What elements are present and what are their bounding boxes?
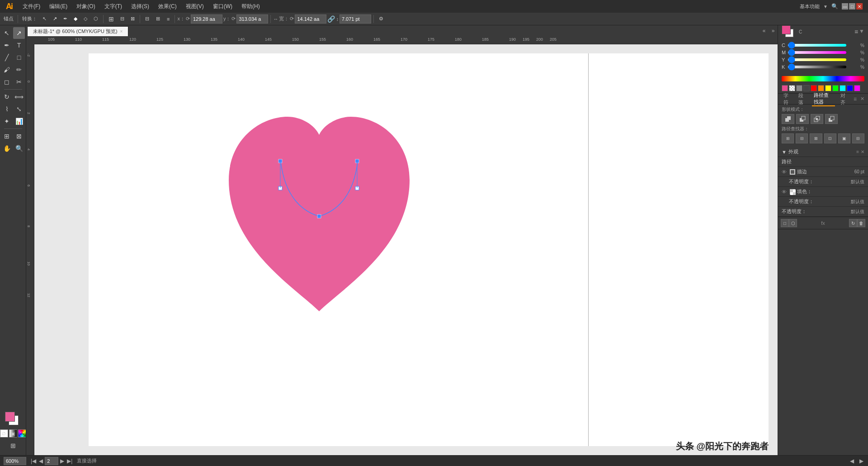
align-h-btn[interactable]: ⊟ [118, 14, 127, 24]
scissors-tool[interactable]: ✂ [13, 76, 25, 88]
tab-close-icon[interactable]: × [120, 29, 123, 34]
appearance-close[interactable]: ✕ [861, 149, 864, 154]
menu-type[interactable]: 文字(T) [100, 0, 127, 13]
workspace-dropdown-icon[interactable]: ▼ [823, 4, 828, 9]
select-tool-btn[interactable]: ↖ [40, 14, 49, 24]
menu-effect[interactable]: 效果(C) [154, 0, 181, 13]
type-tool[interactable]: T [13, 39, 25, 51]
c-slider[interactable] [788, 44, 846, 47]
next-page-btn[interactable]: ▶ [59, 458, 65, 464]
swatch-1[interactable] [789, 85, 795, 91]
gradient-icon[interactable]: ▣ [9, 429, 17, 437]
zoom-tool[interactable]: 🔍 [13, 143, 25, 154]
scroll-right-btn[interactable]: ▶ [859, 458, 864, 464]
menu-file[interactable]: 文件(F) [18, 0, 45, 13]
pathfinder-collapse[interactable]: ≡ [854, 96, 857, 102]
graph-tool[interactable]: 📊 [13, 115, 25, 127]
artboard-tool[interactable]: ⊞ [1, 130, 13, 142]
first-page-btn[interactable]: |◀ [30, 458, 37, 464]
shape-tool[interactable]: □ [13, 52, 25, 63]
menu-window[interactable]: 窗口(W) [208, 0, 237, 13]
transform-icon-btn[interactable]: ⊞ [106, 14, 117, 24]
corner-btn[interactable]: ⬡ [91, 14, 101, 24]
w-input[interactable] [295, 14, 326, 24]
search-icon[interactable]: 🔍 [831, 3, 838, 10]
exclude-btn[interactable] [825, 114, 838, 124]
swatch-4[interactable] [811, 85, 817, 91]
outline-btn[interactable]: ▣ [838, 133, 850, 143]
minus-back-btn[interactable]: ⊟ [852, 133, 864, 143]
smooth-btn[interactable]: ◇ [81, 14, 90, 24]
fx-label[interactable]: fx [797, 220, 849, 226]
direct-select-btn[interactable]: ↗ [50, 14, 60, 24]
draw-mode-btn[interactable]: ⊞ [7, 440, 19, 452]
pencil-tool[interactable]: ✏ [13, 64, 25, 76]
anchor-btn[interactable]: ◆ [71, 14, 80, 24]
align-tab[interactable]: 对齐 [839, 92, 850, 106]
swatch-10[interactable] [854, 85, 860, 91]
scroll-left-btn[interactable]: ◀ [849, 458, 855, 464]
color-mode-icon[interactable]: ≡ [854, 28, 858, 35]
slice-tool[interactable]: ⊠ [13, 130, 25, 142]
color-spectrum[interactable] [782, 76, 864, 81]
new-appearance-btn[interactable]: □ [781, 219, 789, 227]
appearance-header[interactable]: ▼ 外观 ≡ ✕ [778, 147, 868, 157]
hand-tool[interactable]: ✋ [1, 143, 13, 154]
swatch-5[interactable] [818, 85, 824, 91]
m-slider[interactable] [788, 51, 846, 54]
panel-menu-icon[interactable]: ▼ [859, 28, 864, 35]
more-align-btn[interactable]: ≡ [164, 14, 172, 24]
new-appearance-btn2[interactable]: ⬡ [789, 219, 797, 227]
dist-h-btn[interactable]: ⊟ [142, 14, 152, 24]
direct-select-tool[interactable]: ↗ [13, 27, 25, 39]
k-slider[interactable] [788, 66, 846, 68]
color-icon[interactable]: ◯ [18, 429, 26, 437]
last-page-btn[interactable]: ▶| [66, 458, 73, 464]
intersect-btn[interactable] [811, 114, 823, 124]
eraser-tool[interactable]: ◻ [1, 76, 13, 88]
menu-object[interactable]: 对象(O) [72, 0, 99, 13]
y-slider[interactable] [788, 58, 846, 61]
swatch-9[interactable] [847, 85, 853, 91]
document-tab[interactable]: 未标题-1* @ 600% (CMYK/GPU 预览) × [27, 26, 128, 36]
selection-tool[interactable]: ↖ [1, 27, 13, 39]
fill-box[interactable] [5, 412, 15, 422]
prev-page-btn[interactable]: ◀ [38, 458, 44, 464]
menu-edit[interactable]: 编辑(E) [45, 0, 72, 13]
minus-front-btn[interactable] [796, 114, 809, 124]
unite-btn[interactable] [782, 114, 794, 124]
delete-appearance-btn[interactable]: 🗑 [857, 219, 865, 227]
fill-visibility-eye[interactable]: 👁 [782, 189, 788, 195]
mirror-tool[interactable]: ⟺ [13, 91, 25, 103]
x-input[interactable] [191, 14, 222, 24]
swatch-3[interactable] [803, 85, 810, 91]
swatch-6[interactable] [825, 85, 831, 91]
swatch-2[interactable] [796, 85, 802, 91]
stroke-color-dot[interactable] [790, 169, 795, 175]
trim-btn[interactable]: ⊟ [796, 133, 808, 143]
pen-tool[interactable]: ✒ [1, 39, 13, 51]
appearance-menu[interactable]: ≡ [856, 149, 859, 154]
merge-btn[interactable]: ⊠ [810, 133, 822, 143]
rotate-tool[interactable]: ↻ [1, 91, 13, 103]
width-tool[interactable]: ⤡ [13, 103, 25, 115]
pathfinder-close[interactable]: ✕ [860, 96, 864, 102]
menu-select[interactable]: 选择(S) [127, 0, 154, 13]
zoom-input[interactable] [4, 457, 26, 465]
menu-view[interactable]: 视图(V) [181, 0, 208, 13]
h-input[interactable] [340, 14, 371, 24]
dist-v-btn[interactable]: ⊞ [153, 14, 163, 24]
transform-options-btn[interactable]: ⚙ [376, 14, 386, 24]
symbol-tool[interactable]: ✦ [1, 115, 13, 127]
y-input[interactable] [236, 14, 268, 24]
minimize-button[interactable]: — [842, 3, 848, 10]
stroke-visibility-eye[interactable]: 👁 [782, 169, 788, 175]
crop-btn[interactable]: ⊡ [824, 133, 836, 143]
align-v-btn[interactable]: ⊠ [128, 14, 137, 24]
copy-appearance-btn[interactable]: ↻ [849, 219, 857, 227]
no-color-icon[interactable]: ∅ [0, 429, 8, 437]
maximize-button[interactable]: □ [849, 3, 855, 10]
swatch-7[interactable] [832, 85, 839, 91]
pathfinder-tab[interactable]: 路径查找器 [812, 92, 835, 106]
heart-container[interactable] [206, 76, 432, 329]
